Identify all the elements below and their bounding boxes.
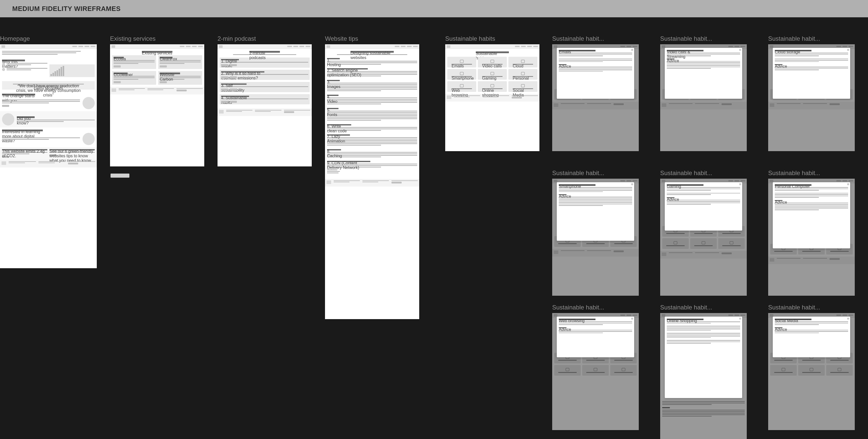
habit-gaming[interactable]: Gaming	[478, 69, 507, 80]
modal-smartphone: Smartphone Advice	[557, 182, 634, 241]
frame-existing-services[interactable]: Existing services Existing services Ecos…	[110, 35, 204, 166]
close-icon[interactable]	[739, 183, 741, 185]
frame-sh-browsing[interactable]: Sustainable habit... Web browsing Advice	[552, 304, 639, 430]
modal-gaming: Gaming Advice	[665, 182, 742, 231]
modal-heading: Web browsing	[559, 318, 595, 320]
artboard-website-tips[interactable]: Designing sustainable websites 1. Hostin…	[325, 44, 419, 319]
globe-icon	[460, 84, 464, 87]
frame-label: Sustainable habit...	[768, 35, 855, 42]
nav-link[interactable]	[72, 46, 77, 47]
service-link-button[interactable]	[114, 81, 121, 83]
close-icon[interactable]	[739, 49, 741, 51]
frame-label: Sustainable habit...	[660, 35, 747, 42]
play-button[interactable]	[221, 101, 228, 103]
artboard-podcast[interactable]: 2-minute podcasts 1. Digital Waste 2. Wh…	[218, 44, 312, 166]
canvas[interactable]: Homepage Why this matters?	[0, 17, 868, 439]
frame-homepage[interactable]: Homepage Why this matters?	[0, 35, 97, 268]
nav-link[interactable]	[85, 46, 89, 47]
close-icon[interactable]	[631, 183, 633, 185]
close-icon[interactable]	[631, 317, 633, 319]
frame-sh-social[interactable]: Sustainable habit... Social Media Advice	[768, 304, 855, 430]
nav-row	[110, 44, 204, 49]
learn-section: Interested in learning more about digita…	[0, 128, 97, 147]
phone-icon	[460, 72, 464, 75]
nav-row	[0, 44, 97, 49]
service-card-cccleaner[interactable]: CCcleaner	[112, 71, 156, 85]
habit-video[interactable]: Video calls & Streaming	[478, 57, 507, 67]
modal-heading: Social Media	[775, 318, 811, 320]
modal-shopping: Online Shopping	[665, 316, 742, 398]
nav-link[interactable]	[91, 46, 95, 47]
newsletter-button[interactable]	[68, 163, 78, 164]
artboard-existing-services[interactable]: Existing services Ecosia CleanFox CCclea…	[110, 44, 204, 166]
video-icon	[491, 60, 494, 63]
modal-cloud: Cloud storage Advice	[773, 48, 850, 99]
habit-emails[interactable]: Emails	[447, 57, 476, 67]
play-button[interactable]	[221, 76, 228, 78]
download-button[interactable]	[230, 76, 237, 78]
frame-label: Sustainable habit...	[552, 35, 639, 42]
frame-label: Sustainable habit...	[660, 169, 747, 177]
podcast-item[interactable]: 2. Why is it so hard to estimate emissio…	[220, 70, 310, 80]
frame-sh-cloud[interactable]: Sustainable habit... Cloud storage Advic…	[768, 35, 855, 151]
habit-social[interactable]: Social Media	[508, 81, 537, 92]
tip-section: 8. Caching	[327, 149, 417, 157]
learn-heading: Interested in learning more about digita…	[2, 130, 43, 131]
close-icon[interactable]	[847, 49, 849, 51]
modal-heading: Video calls & Streaming	[667, 50, 704, 52]
habit-browsing[interactable]: Web browsing	[447, 81, 476, 92]
footer	[110, 87, 204, 94]
newsletter-button[interactable]	[177, 90, 187, 91]
frame-sh-smartphone[interactable]: Sustainable habit... Smartphone Advice	[552, 169, 639, 296]
change-heading: The change starts with you.	[2, 94, 35, 95]
service-card-ecosia[interactable]: Ecosia	[112, 55, 156, 69]
service-link-button[interactable]	[160, 81, 167, 83]
service-card-website-carbon[interactable]: Website Carbon	[158, 71, 202, 85]
service-link-button[interactable]	[160, 65, 167, 67]
newsletter-button[interactable]	[392, 182, 402, 183]
close-icon[interactable]	[847, 317, 849, 319]
cta-button[interactable]	[2, 105, 9, 107]
habit-pc[interactable]: Personal computer	[508, 69, 537, 80]
nav-link[interactable]	[79, 46, 83, 47]
play-button[interactable]	[221, 64, 228, 66]
tip-section: 5. Fonts	[327, 108, 417, 121]
habit-cloud[interactable]: Cloud storage	[508, 57, 537, 67]
frame-podcast[interactable]: 2-min podcast 2-minute podcasts 1. Digit…	[218, 35, 312, 166]
download-button[interactable]	[230, 64, 237, 66]
artboard-homepage[interactable]: Why this matters?	[0, 44, 97, 268]
artboard-sustainable-habits[interactable]: Sustainable habits Emails Video calls & …	[445, 44, 539, 151]
tip-section: 6. Write clean code	[327, 124, 417, 131]
frame-sh-emails[interactable]: Sustainable habit... Emails Advice	[552, 35, 639, 151]
habit-grid: Emails Video calls & Streaming Cloud sto…	[445, 55, 539, 94]
modal-heading: Smartphone	[559, 184, 595, 186]
detached-element[interactable]	[111, 174, 129, 178]
frame-sh-gaming[interactable]: Sustainable habit... Gaming Advice	[660, 169, 747, 296]
frame-sh-shopping[interactable]: Sustainable habit... Online Shopping	[660, 304, 747, 439]
service-card-cleanfox[interactable]: CleanFox	[158, 55, 202, 69]
podcast-item[interactable]: 3. Self sustainability	[220, 82, 310, 92]
download-button[interactable]	[230, 101, 237, 103]
frame-sustainable-habits[interactable]: Sustainable habits Sustainable habits Em…	[445, 35, 539, 151]
logo-icon	[447, 45, 450, 48]
newsletter-button[interactable]	[284, 111, 294, 113]
download-button[interactable]	[230, 89, 237, 91]
close-icon[interactable]	[739, 317, 741, 319]
play-button[interactable]	[221, 89, 228, 91]
frame-sh-video[interactable]: Sustainable habit... Video calls & Strea…	[660, 35, 747, 151]
newsletter-button[interactable]	[512, 97, 522, 99]
close-icon[interactable]	[847, 183, 849, 185]
frame-website-tips[interactable]: Website tips Designing sustainable websi…	[325, 35, 419, 319]
modal-heading: Personal Computer	[775, 184, 811, 186]
service-link-button[interactable]	[114, 65, 121, 67]
modal-heading: Online Shopping	[667, 318, 704, 320]
hero-text	[0, 49, 97, 58]
habit-smartphone[interactable]: Smartphone	[447, 69, 476, 80]
frame-label: Sustainable habit...	[552, 304, 639, 311]
habit-shopping[interactable]: Online shopping	[478, 81, 507, 92]
share-icon	[521, 84, 525, 87]
close-icon[interactable]	[631, 49, 633, 51]
podcast-item[interactable]: 4. Sustainable habits	[220, 94, 310, 104]
frame-sh-pc[interactable]: Sustainable habit... Personal Computer A…	[768, 169, 855, 296]
why-section: Why this matters?	[0, 58, 97, 79]
